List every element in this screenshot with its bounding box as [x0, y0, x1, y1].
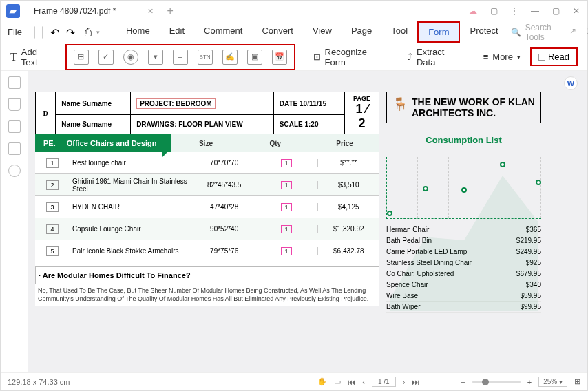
- square-icon[interactable]: ▢: [488, 6, 499, 17]
- pe-field[interactable]: 4: [46, 224, 59, 234]
- attachment-icon[interactable]: [8, 142, 21, 155]
- page-number-input[interactable]: 1 /1: [372, 377, 396, 387]
- close-window-icon[interactable]: ✕: [571, 6, 582, 17]
- col-pe: PE.: [35, 139, 64, 147]
- qty-field[interactable]: 1: [281, 159, 292, 167]
- tab-home[interactable]: Home: [116, 21, 160, 43]
- prev-page-icon[interactable]: ‹: [362, 378, 365, 386]
- recognize-icon: ⊡: [313, 52, 321, 62]
- pe-field[interactable]: 1: [46, 158, 59, 168]
- textfield-tool-icon[interactable]: ⊞: [74, 50, 89, 65]
- zoom-level[interactable]: 25% ▾: [538, 377, 567, 387]
- titlebar: ▰ Frame 48097024.pdf * × + ☁ ▢ ⋮ — ▢ ✕: [1, 1, 587, 21]
- mail-icon[interactable]: [42, 26, 43, 39]
- faq-heading: · Are Modular Homes Difficult To Finance…: [35, 266, 379, 284]
- more-button[interactable]: ≡ More ▾: [483, 52, 521, 62]
- next-page-icon[interactable]: ›: [403, 378, 406, 386]
- button-tool-icon[interactable]: BTN: [198, 50, 213, 65]
- item-price: $3,510: [318, 181, 379, 189]
- page-content: D Name Surname PROJECT: BEDROOM DATE 10/…: [35, 92, 379, 306]
- col-price: Price: [310, 140, 379, 147]
- signature-tool-icon[interactable]: ✍: [222, 50, 238, 65]
- pe-field[interactable]: 5: [46, 246, 59, 256]
- first-page-icon[interactable]: ⏮: [348, 378, 355, 386]
- tab-view[interactable]: View: [303, 21, 342, 43]
- radio-tool-icon[interactable]: ◉: [123, 50, 138, 65]
- recognize-form-button[interactable]: ⊡ Recognize Form: [313, 47, 390, 67]
- item-price: $4,125: [318, 203, 379, 211]
- search-icon[interactable]: 🔍: [511, 28, 521, 37]
- header-name2: Name Surname: [56, 115, 131, 134]
- tab-form[interactable]: Form: [417, 21, 460, 43]
- table-row: 5 Pair Iconic Black Stokke Armchairs 79*…: [35, 240, 379, 262]
- qty-field[interactable]: 1: [281, 247, 292, 255]
- zoom-out-icon[interactable]: −: [461, 378, 465, 386]
- menubar: File ↶ ↷ ⎙ ▾ Home Edit Comment Convert V…: [1, 21, 587, 43]
- close-tab-icon[interactable]: ×: [147, 6, 153, 17]
- comment-panel-icon[interactable]: [8, 120, 21, 133]
- date-tool-icon[interactable]: 📅: [272, 50, 287, 65]
- qty-field[interactable]: 1: [281, 225, 292, 233]
- print-icon[interactable]: ⎙: [85, 26, 92, 39]
- maximize-icon[interactable]: ▢: [550, 6, 561, 17]
- left-sidebar: [1, 71, 28, 372]
- document-viewport[interactable]: W D Name Surname PROJECT: BEDROOM DATE 1…: [28, 71, 587, 372]
- add-text-button[interactable]: T Add Text: [10, 47, 56, 67]
- tab-comment[interactable]: Comment: [194, 21, 252, 43]
- pe-field[interactable]: 2: [46, 180, 59, 190]
- save-icon[interactable]: [34, 26, 35, 39]
- header-scale: SCALE 1:20: [273, 115, 344, 134]
- item-size: 70*70*70: [193, 159, 255, 167]
- listbox-tool-icon[interactable]: ≡: [173, 50, 188, 65]
- item-name: Ghidini 1961 Miami Chair In Stainless St…: [70, 178, 193, 193]
- image-tool-icon[interactable]: ▣: [247, 50, 262, 65]
- thumbnails-icon[interactable]: [8, 76, 21, 89]
- pe-field[interactable]: 3: [46, 202, 59, 212]
- last-page-icon[interactable]: ⏭: [412, 378, 419, 386]
- qty-field[interactable]: 1: [281, 181, 292, 189]
- form-toolbar: T Add Text ⊞ ✓ ◉ ▾ ≡ BTN ✍ ▣ 📅 ⊡ Recogni…: [1, 43, 587, 71]
- tab-edit[interactable]: Edit: [160, 21, 194, 43]
- document-tab[interactable]: Frame 48097024.pdf * ×: [27, 2, 160, 20]
- bookmark-icon[interactable]: [8, 98, 21, 111]
- zoom-slider[interactable]: [472, 381, 521, 383]
- table-row: 4 Capsule Lounge Chair 90*52*40 1 $1,320…: [35, 218, 379, 240]
- item-name: HYDEN CHAIR: [70, 203, 193, 211]
- search-panel-icon[interactable]: [8, 165, 21, 177]
- extract-data-button[interactable]: ⤴ Extract Data: [408, 47, 465, 67]
- chevron-down-icon: ▾: [517, 54, 521, 61]
- qty-field[interactable]: 1: [281, 203, 292, 211]
- statusbar: 129.18 x 74.33 cm ✋ ▭ ⏮ ‹ 1 /1 › ⏭ − + 2…: [1, 372, 587, 390]
- tab-page[interactable]: Page: [342, 21, 381, 43]
- select-tool-icon[interactable]: ▭: [334, 377, 341, 386]
- table-row: 2 Ghidini 1961 Miami Chair In Stainless …: [35, 174, 379, 196]
- item-size: 82*45*43.5: [193, 181, 255, 189]
- redo-icon[interactable]: ↷: [66, 26, 75, 39]
- item-name: Pair Iconic Black Stokke Armchairs: [70, 247, 193, 255]
- word-badge-icon[interactable]: W: [564, 76, 578, 90]
- dropdown-tool-icon[interactable]: ▾: [148, 50, 163, 65]
- file-menu[interactable]: File: [8, 27, 29, 37]
- minimize-icon[interactable]: —: [529, 6, 540, 17]
- search-placeholder[interactable]: Search Tools: [525, 23, 559, 42]
- form-field-tools: ⊞ ✓ ◉ ▾ ≡ BTN ✍ ▣ 📅: [65, 44, 295, 70]
- kebab-icon[interactable]: ⋮: [509, 6, 520, 17]
- tab-protect[interactable]: Protect: [460, 21, 507, 43]
- zoom-in-icon[interactable]: +: [527, 378, 532, 386]
- undo-icon[interactable]: ↶: [50, 26, 59, 39]
- read-button[interactable]: Read: [530, 47, 578, 66]
- share-icon[interactable]: ↗: [569, 26, 578, 39]
- print-dropdown-icon[interactable]: ▾: [96, 29, 100, 36]
- text-icon: T: [10, 51, 17, 63]
- consumption-list-heading: Consumption List: [386, 129, 541, 151]
- new-tab-button[interactable]: +: [167, 5, 174, 17]
- checkbox-tool-icon[interactable]: ✓: [98, 50, 114, 65]
- fit-page-icon[interactable]: ⊞: [574, 377, 580, 386]
- tab-convert[interactable]: Convert: [252, 21, 303, 43]
- tab-tool[interactable]: Tool: [381, 21, 417, 43]
- hand-tool-icon[interactable]: ✋: [317, 377, 327, 386]
- d-logo: D: [36, 92, 56, 134]
- faq-text: No, That Used To Be The Case, But The Sh…: [35, 284, 379, 306]
- page-label: PAGE: [350, 95, 373, 102]
- cloud-icon[interactable]: ☁: [468, 6, 479, 17]
